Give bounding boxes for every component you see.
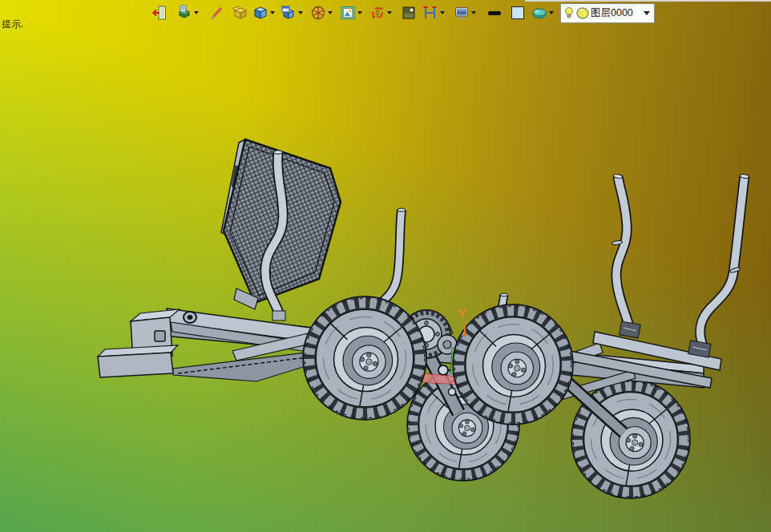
material-disc-dropdown-arrow[interactable]	[549, 11, 554, 14]
window-top-edge	[525, 0, 771, 2]
display-monitor-icon[interactable]	[453, 5, 470, 22]
wheel-front-outer[interactable]	[303, 296, 426, 420]
display-monitor-dropdown-arrow[interactable]	[471, 11, 476, 14]
cube-window-dropdown-arrow[interactable]	[298, 11, 303, 14]
wheel-rear-outer[interactable]	[453, 304, 573, 425]
cad-viewport[interactable]: Y	[0, 0, 771, 532]
rear-stake-right[interactable]	[700, 174, 749, 346]
hint-text: 提示.	[2, 18, 23, 31]
dark-view-box-icon[interactable]	[400, 5, 417, 22]
dimension-dropdown-arrow[interactable]	[440, 11, 445, 14]
dimension-icon[interactable]	[422, 5, 438, 22]
render-image-dropdown-arrow[interactable]	[357, 11, 362, 14]
exit-door-icon[interactable]	[151, 5, 168, 22]
cube-window-icon[interactable]	[280, 5, 297, 22]
layer-selector[interactable]: 图层0000	[560, 3, 655, 23]
line-width-icon[interactable]	[486, 5, 503, 22]
material-disc-icon[interactable]	[531, 5, 547, 22]
rotate-compass-icon[interactable]	[369, 5, 386, 22]
layer-color-icon	[576, 7, 589, 19]
sketch-pen-icon[interactable]	[208, 5, 225, 22]
layer-manager-icon[interactable]	[176, 5, 192, 22]
color-swatch-icon[interactable]	[509, 5, 526, 22]
render-image-icon[interactable]	[339, 5, 356, 22]
rotate-compass-dropdown-arrow[interactable]	[387, 11, 392, 14]
solid-cube-icon[interactable]	[252, 5, 268, 22]
y-axis-label: Y	[458, 306, 466, 320]
layer-selector-value: 图层0000	[591, 6, 633, 20]
main-toolbar: 图层0000	[151, 3, 655, 22]
layer-manager-dropdown-arrow[interactable]	[194, 11, 199, 14]
segment-wheel-icon[interactable]	[309, 5, 326, 22]
rear-stake-left[interactable]	[612, 174, 630, 330]
layer-selector-dropdown-arrow[interactable]	[641, 6, 652, 21]
open-box-icon[interactable]	[232, 5, 248, 22]
segment-wheel-dropdown-arrow[interactable]	[328, 11, 333, 14]
solid-cube-dropdown-arrow[interactable]	[270, 11, 275, 14]
lightbulb-icon	[564, 6, 574, 20]
